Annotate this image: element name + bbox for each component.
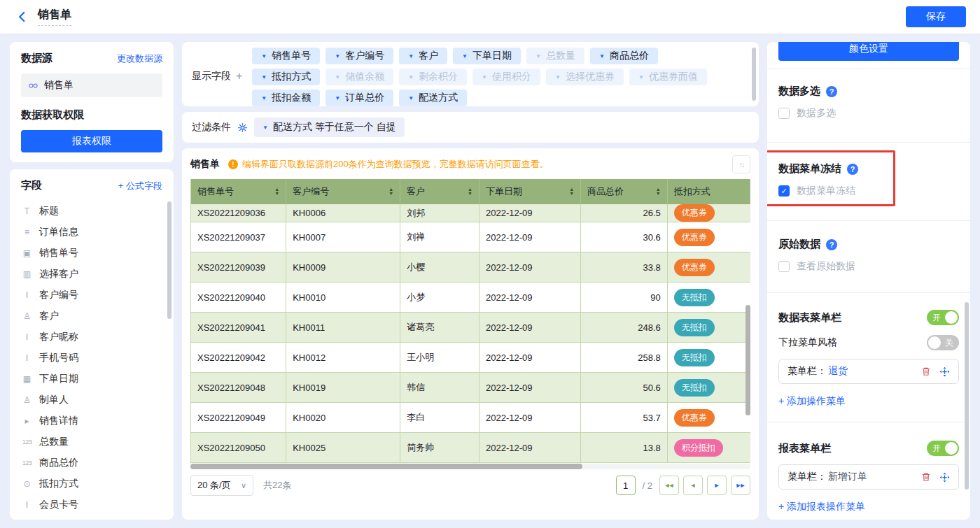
table-row[interactable]: XS20221209036KH0006刘邦2022-12-0926.5优惠券 — [191, 204, 750, 222]
field-item[interactable]: 123商品总价 — [21, 452, 162, 473]
display-field-chip[interactable]: ▼销售单号 — [252, 48, 320, 64]
checkbox-checked[interactable]: ✓ — [778, 185, 790, 197]
add-formula-field-link[interactable]: + 公式字段 — [118, 180, 162, 192]
table-row[interactable]: XS20221209048KH0019韩信2022-12-0950.6无抵扣 — [191, 373, 750, 403]
color-settings-button[interactable]: 颜色设置 — [778, 42, 959, 61]
checkbox-unchecked[interactable] — [778, 108, 790, 119]
field-item[interactable]: Ⅰ客户昵称 — [21, 327, 162, 348]
field-item[interactable]: ▦下单日期 — [21, 369, 162, 390]
sort-order-button[interactable]: ↑↓ — [732, 155, 750, 173]
last-page-button[interactable]: ►► — [731, 476, 750, 495]
text-icon: Ⅰ — [21, 332, 33, 342]
gear-icon[interactable] — [237, 122, 248, 133]
add-report-action-menu-link[interactable]: + 添加报表操作菜单 — [778, 501, 959, 513]
table-row[interactable]: XS20221209037KH0007刘禅2022-12-0930.6优惠券 — [191, 222, 750, 252]
trash-icon[interactable] — [921, 366, 931, 376]
field-item[interactable]: ▥选择客户 — [21, 264, 162, 285]
back-button[interactable] — [14, 8, 31, 25]
field-item[interactable]: T标题 — [21, 201, 162, 222]
first-page-button[interactable]: ◄◄ — [659, 476, 679, 495]
help-icon[interactable]: ? — [826, 86, 837, 97]
field-item[interactable]: ▣销售单号 — [21, 243, 162, 264]
field-item[interactable]: ♙制单人 — [21, 390, 162, 411]
field-item[interactable]: ⊙抵扣方式 — [21, 473, 162, 494]
display-field-chip[interactable]: ▼配送方式 — [399, 90, 467, 106]
chips-scrollbar[interactable] — [752, 48, 756, 101]
trash-icon[interactable] — [921, 472, 931, 482]
table-row[interactable]: XS20221209041KH0011诸葛亮2022-12-09248.6无抵扣 — [191, 313, 750, 343]
display-field-chip[interactable]: ▼客户 — [399, 48, 447, 64]
display-field-chip[interactable]: ▼抵扣金额 — [252, 90, 320, 106]
display-field-chip[interactable]: ▼储值余额 — [326, 69, 393, 85]
move-icon[interactable] — [939, 366, 950, 377]
display-field-chip[interactable]: ▼总数量 — [526, 48, 584, 64]
table-row[interactable]: XS20221209050KH0025简务帅2022-12-0913.8积分抵扣 — [191, 433, 750, 463]
dropdown-style-toggle[interactable]: 关 — [927, 335, 959, 350]
table-row[interactable]: XS20221209049KH0020李白2022-12-0953.7优惠券 — [191, 403, 750, 433]
current-page-input[interactable]: 1 — [616, 476, 636, 495]
field-item[interactable]: ≡订单信息 — [21, 222, 162, 243]
display-field-chip[interactable]: ▼优惠券面值 — [629, 69, 707, 85]
report-permission-button[interactable]: 报表权限 — [21, 130, 162, 152]
table-cell: 2022-12-09 — [479, 222, 581, 252]
text-icon: Ⅰ — [21, 290, 33, 300]
checkbox-unchecked[interactable] — [778, 261, 790, 272]
table-cell: 小樱 — [400, 252, 479, 282]
display-field-chip[interactable]: ▼客户编号 — [326, 48, 393, 64]
report-menu-toggle[interactable]: 开 — [927, 441, 959, 456]
table-cell: KH0020 — [286, 403, 400, 432]
column-header[interactable]: 抵扣方式 — [668, 179, 750, 204]
field-item[interactable]: Ⅰ客户编号 — [21, 285, 162, 306]
menu-item-value[interactable]: 新增订单 — [828, 471, 867, 483]
column-header[interactable]: 客户编号▲▼ — [286, 179, 400, 204]
display-field-chip[interactable]: ▼使用积分 — [472, 69, 540, 85]
deduction-badge: 优惠券 — [674, 409, 715, 427]
field-item[interactable]: 123总数量 — [21, 431, 162, 452]
raw-data-title: 原始数据 ? — [778, 238, 959, 251]
horizontal-scrollbar-thumb[interactable] — [190, 464, 582, 469]
help-icon[interactable]: ? — [826, 239, 837, 250]
sort-icon[interactable]: ▲▼ — [468, 187, 472, 196]
display-field-chip[interactable]: ▼选择优惠券 — [546, 69, 624, 85]
next-page-button[interactable]: ► — [707, 476, 727, 495]
sort-icon[interactable]: ▲▼ — [656, 187, 661, 196]
datasource-chip[interactable]: 销售单 — [21, 73, 162, 97]
column-header[interactable]: 客户▲▼ — [400, 179, 479, 204]
display-field-chip[interactable]: ▼商品总价 — [590, 48, 658, 64]
filter-condition-chip[interactable]: ▼ 配送方式 等于任意一个 自提 — [254, 117, 405, 137]
display-field-chip[interactable]: ▼剩余积分 — [399, 69, 467, 85]
table-row[interactable]: XS20221209040KH0010小梦2022-12-0990无抵扣 — [191, 283, 750, 313]
prev-page-button[interactable]: ◄ — [683, 476, 703, 495]
table-menu-toggle[interactable]: 开 — [927, 310, 959, 325]
save-button[interactable]: 保存 — [906, 6, 966, 27]
menu-item-value[interactable]: 退货 — [828, 365, 848, 378]
display-field-chip[interactable]: ▼抵扣方式 — [252, 69, 320, 85]
chip-label: 商品总价 — [610, 50, 649, 62]
sort-icon[interactable]: ▲▼ — [388, 187, 393, 196]
column-header[interactable]: 商品总价▲▼ — [581, 179, 668, 204]
display-field-chip[interactable]: ▼下单日期 — [453, 48, 521, 64]
display-field-chip[interactable]: ▼订单总价 — [326, 90, 393, 106]
page-size-select[interactable]: 20 条/页 ∨ — [190, 475, 253, 496]
table-row[interactable]: XS20221209039KH0009小樱2022-12-0933.8优惠券 — [191, 252, 750, 283]
left-sidebar: 数据源 更改数据源 销售单 数据获取权限 报表权限 字段 + 公式字段 T标题≡… — [10, 42, 174, 520]
help-icon[interactable]: ? — [847, 164, 858, 175]
field-item[interactable]: ♙客户 — [21, 306, 162, 327]
change-datasource-link[interactable]: 更改数据源 — [117, 52, 162, 65]
table-row[interactable]: XS20221209042KH0012王小明2022-12-09258.8无抵扣 — [191, 343, 750, 373]
field-item[interactable]: Ⅰ手机号码 — [21, 348, 162, 369]
column-header[interactable]: 销售单号▲▼ — [191, 179, 286, 204]
add-display-field-button[interactable]: + — [236, 70, 242, 83]
table-vertical-scrollbar[interactable] — [746, 305, 750, 415]
sort-icon[interactable]: ▲▼ — [569, 187, 574, 196]
add-action-menu-link[interactable]: + 添加操作菜单 — [778, 395, 959, 408]
column-header[interactable]: 下单日期▲▼ — [479, 179, 581, 204]
move-icon[interactable] — [939, 472, 950, 483]
sort-icon[interactable]: ▲▼ — [274, 187, 279, 196]
horizontal-scrollbar[interactable] — [190, 464, 750, 469]
fields-scrollbar[interactable] — [167, 201, 172, 319]
field-item[interactable]: ▸销售详情 — [21, 411, 162, 431]
chip-label: 客户编号 — [345, 50, 384, 62]
field-item[interactable]: Ⅰ会员卡号 — [21, 494, 162, 515]
settings-scrollbar[interactable] — [965, 302, 969, 490]
